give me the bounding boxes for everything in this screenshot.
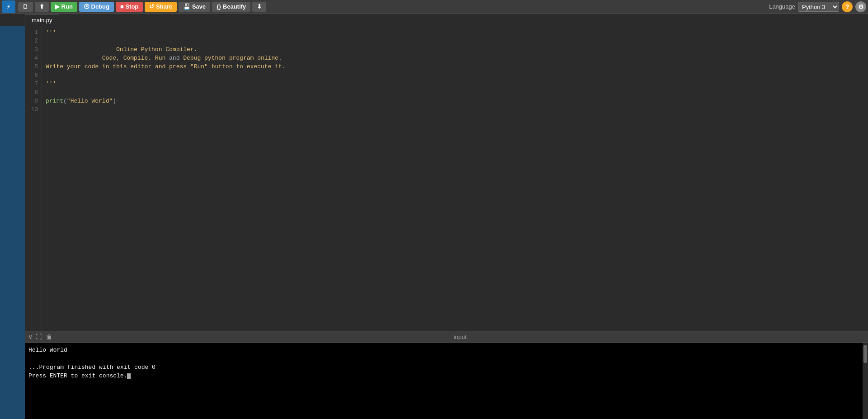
editor-pane: 1 2 3 4 5 6 7 8 9 10 ''' Online Python C… [25, 26, 868, 331]
bottom-panel: ∨ ⛶ 🗑 input Hello World ...Program finis… [25, 331, 868, 419]
editor-container: 1 2 3 4 5 6 7 8 9 10 ''' Online Python C… [25, 26, 868, 419]
new-button[interactable]: 🗋 [18, 2, 33, 12]
clear-icon[interactable]: 🗑 [46, 334, 52, 341]
code-editor[interactable]: ''' Online Python Compiler. Code, Compil… [42, 26, 868, 331]
beautify-button[interactable]: {} Beautify [212, 2, 250, 12]
run-button[interactable]: ▶ Run [51, 2, 77, 12]
tab-main-py[interactable]: main.py [25, 14, 59, 26]
settings-button[interactable]: ⚙ [855, 1, 866, 12]
bottom-toolbar: ∨ ⛶ 🗑 input [25, 331, 868, 343]
share-button[interactable]: ↺ Share [145, 2, 177, 12]
panel-title: input [56, 334, 864, 340]
debug-button[interactable]: ⦿ Debug [79, 2, 114, 12]
download-icon: ⬇ [257, 3, 262, 10]
console-wrapper: Hello World ...Program finished with exi… [25, 343, 868, 419]
new-icon: 🗋 [23, 3, 28, 10]
tabbar: main.py [0, 14, 868, 26]
expand-icon[interactable]: ⛶ [36, 334, 42, 341]
console-scrollbar[interactable] [863, 343, 868, 419]
download-button[interactable]: ⬇ [252, 2, 266, 12]
save-button[interactable]: 💾 Save [179, 2, 210, 12]
collapse-icon[interactable]: ∨ [28, 333, 32, 341]
upload-button[interactable]: ⬆ [35, 2, 49, 12]
stop-button[interactable]: ■ Stop [116, 2, 143, 12]
settings-icon: ⚙ [858, 3, 864, 10]
sidebar [0, 26, 25, 419]
help-icon: ? [845, 3, 849, 10]
logo-button[interactable]: ⚡ [2, 0, 15, 13]
line-numbers: 1 2 3 4 5 6 7 8 9 10 [25, 26, 42, 331]
main-area: 1 2 3 4 5 6 7 8 9 10 ''' Online Python C… [0, 26, 868, 419]
tab-label: main.py [32, 17, 52, 24]
upload-icon: ⬆ [39, 3, 44, 10]
language-select[interactable]: Python 3 Python 2 Java C++ C JavaScript [798, 2, 839, 12]
help-button[interactable]: ? [842, 1, 853, 12]
console-output[interactable]: Hello World ...Program finished with exi… [25, 343, 863, 419]
language-label: Language [769, 3, 795, 10]
toolbar: ⚡ 🗋 ⬆ ▶ Run ⦿ Debug ■ Stop ↺ Share 💾 Sav… [0, 0, 868, 14]
scrollbar-thumb [863, 345, 867, 363]
lightning-icon: ⚡ [6, 2, 11, 11]
